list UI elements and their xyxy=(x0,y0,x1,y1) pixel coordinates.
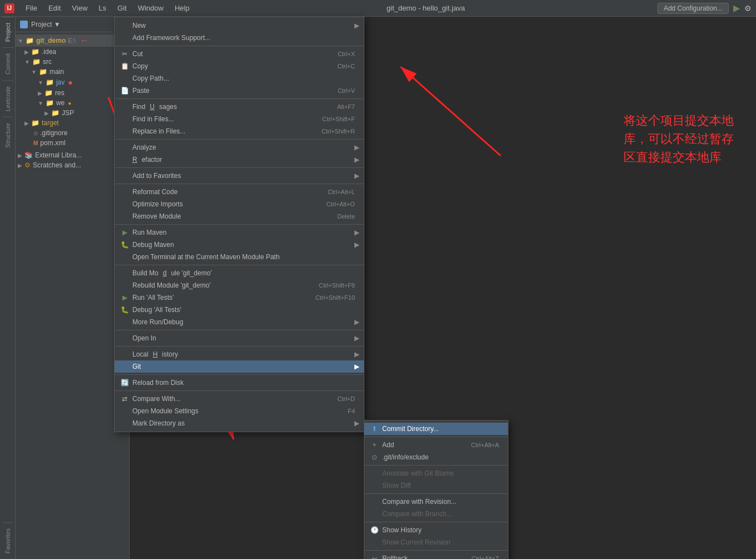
ctx-run-maven[interactable]: ▶ Run Maven▶ xyxy=(115,226,364,239)
add-config-button[interactable]: Add Configuration... xyxy=(658,3,729,14)
expand-arrow: ▼ xyxy=(38,80,43,86)
commit-icon: ⬆ xyxy=(370,425,379,433)
add-icon: + xyxy=(370,441,379,449)
window-title: git_demo - hello_git.java xyxy=(201,4,651,12)
sidebar-item-structure[interactable]: Structure xyxy=(2,117,13,154)
ctx-mark-directory[interactable]: Mark Directory as▶ xyxy=(115,417,364,429)
ctx-add-framework[interactable]: Add Framework Support... xyxy=(115,32,364,44)
tree-item-jsp[interactable]: ▶ 📁 JSP xyxy=(16,108,129,118)
separator xyxy=(364,465,508,466)
menu-ls[interactable]: Ls xyxy=(94,3,111,13)
ctx-debug-maven[interactable]: 🐛 Debug Maven▶ xyxy=(115,239,364,251)
git-commit-directory[interactable]: ⬆ Commit Directory... xyxy=(364,423,508,435)
libs-icon: 📚 xyxy=(24,151,33,159)
git-rollback[interactable]: ↩ Rollback...Ctrl+Alt+Z xyxy=(364,552,508,559)
sidebar-item-leetcode[interactable]: Leetcode xyxy=(2,80,13,117)
ctx-run-tests[interactable]: ▶ Run 'All Tests'Ctrl+Shift+F10 xyxy=(115,291,364,304)
folder-icon-blue: 📁 xyxy=(46,78,54,86)
menu-edit[interactable]: Edit xyxy=(44,3,65,13)
red-dot: ● xyxy=(68,78,72,87)
menu-view[interactable]: View xyxy=(67,3,92,13)
ctx-module-settings[interactable]: Open Module SettingsF4 xyxy=(115,405,364,417)
tree-item-scratches[interactable]: ▶ ⚙ Scratches and... xyxy=(16,160,129,170)
tree-item-pom[interactable]: M pom.xml xyxy=(16,138,129,148)
ctx-reload-disk[interactable]: 🔄 Reload from Disk xyxy=(115,377,364,389)
annotation-text: 将这个项目提交本地库，可以不经过暂存区直接提交本地库 xyxy=(624,111,734,166)
menu-bar: File Edit View Ls Git Window Help xyxy=(21,3,194,13)
sidebar-item-commit[interactable]: Commit xyxy=(2,47,13,80)
tree-label: .gitignore xyxy=(40,129,67,137)
tree-label: target xyxy=(42,119,59,127)
tree-label: git_demo xyxy=(36,37,66,44)
tree-item-idea[interactable]: ▶ 📁 .idea xyxy=(16,47,129,57)
ctx-optimize-imports[interactable]: Optimize ImportsCtrl+Alt+O xyxy=(115,198,364,210)
git-add[interactable]: + AddCtrl+Alt+A xyxy=(364,439,508,451)
ctx-rebuild-module[interactable]: Rebuild Module 'git_demo'Ctrl+Shift+F9 xyxy=(115,279,364,291)
tree-item-external-libs[interactable]: ▶ 📚 External Libra... xyxy=(16,150,129,160)
ctx-find-files[interactable]: Find in Files...Ctrl+Shift+F xyxy=(115,113,364,125)
copy-icon: 📋 xyxy=(120,62,129,70)
expand-arrow: ▼ xyxy=(24,59,30,65)
ctx-compare-with[interactable]: ⇄ Compare With...Ctrl+D xyxy=(115,393,364,405)
ctx-build-module[interactable]: Build Module 'git_demo' xyxy=(115,267,364,279)
ctx-reformat[interactable]: Reformat CodeCtrl+Alt+L xyxy=(115,186,364,198)
ctx-analyze[interactable]: Analyze▶ xyxy=(115,141,364,154)
ctx-find-usages[interactable]: Find UsagesAlt+F7 xyxy=(115,101,364,113)
separator xyxy=(364,493,508,494)
tree-item-webapp[interactable]: ▼ 📁 we ● xyxy=(16,98,129,108)
git-show-history[interactable]: 🕐 Show History xyxy=(364,524,508,536)
folder-icon: 📁 xyxy=(26,37,34,44)
sidebar-item-project[interactable]: Project xyxy=(2,17,13,47)
ctx-remove-module[interactable]: Remove ModuleDelete xyxy=(115,210,364,222)
ctx-new[interactable]: ▶ New xyxy=(115,19,364,32)
tree-label: pom.xml xyxy=(40,139,65,147)
tree-item-src[interactable]: ▼ 📁 src xyxy=(16,57,129,67)
tree-item-res[interactable]: ▶ 📁 res xyxy=(16,88,129,98)
menu-git[interactable]: Git xyxy=(113,3,131,13)
ctx-paste[interactable]: 📄 PasteCtrl+V xyxy=(115,85,364,97)
menu-file[interactable]: File xyxy=(21,3,42,13)
ctx-debug-tests[interactable]: 🐛 Debug 'All Tests' xyxy=(115,304,364,316)
rollback-icon: ↩ xyxy=(370,555,379,559)
ctx-open-in[interactable]: Open In▶ xyxy=(115,332,364,344)
ctx-more-run[interactable]: More Run/Debug▶ xyxy=(115,316,364,328)
menu-help[interactable]: Help xyxy=(170,3,194,13)
debug-test-icon: 🐛 xyxy=(120,306,129,314)
git-submenu: ⬆ Commit Directory... + AddCtrl+Alt+A ⊙ … xyxy=(364,420,508,559)
ctx-cut[interactable]: ✂ CutCtrl+X xyxy=(115,48,364,60)
ctx-local-history[interactable]: Local History▶ xyxy=(115,348,364,360)
separator xyxy=(115,374,364,375)
ctx-copy-path[interactable]: Copy Path... xyxy=(115,72,364,85)
sidebar-item-favorites[interactable]: Favorites xyxy=(2,522,13,559)
tree-item-target[interactable]: ▶ 📁 target xyxy=(16,118,129,128)
title-bar: IJ File Edit View Ls Git Window Help git… xyxy=(0,0,756,17)
tree-item-main[interactable]: ▼ 📁 main xyxy=(16,67,129,77)
git-exclude[interactable]: ⊙ .git/info/exclude xyxy=(364,451,508,463)
paste-icon: 📄 xyxy=(120,87,129,95)
run-test-icon: ▶ xyxy=(120,294,129,301)
scratches-icon: ⚙ xyxy=(24,161,31,169)
ctx-git[interactable]: Git▶ xyxy=(115,360,364,373)
history-icon: 🕐 xyxy=(370,526,379,534)
ctx-copy[interactable]: 📋 CopyCtrl+C xyxy=(115,60,364,72)
git-compare-revision[interactable]: Compare with Revision... xyxy=(364,496,508,508)
run-button[interactable]: ▶ xyxy=(733,3,740,13)
ctx-refactor[interactable]: Refactor▶ xyxy=(115,154,364,166)
ctx-replace-files[interactable]: Replace in Files...Ctrl+Shift+R xyxy=(115,125,364,137)
separator xyxy=(115,139,364,140)
folder-icon-blue: 📁 xyxy=(39,68,47,76)
tree-label: External Libra... xyxy=(35,151,82,159)
tree-item-gitignore[interactable]: ⊙ .gitignore xyxy=(16,128,129,138)
red-indicator: ← xyxy=(80,36,89,46)
ctx-add-favorites[interactable]: Add to Favorites▶ xyxy=(115,170,364,182)
tree-item-git-demo[interactable]: ▼ 📁 git_demo E:\ ← xyxy=(16,34,129,47)
expand-arrow: ▼ xyxy=(31,69,37,75)
tree-label: main xyxy=(50,68,64,76)
git-compare-branch: Compare with Branch... xyxy=(364,508,508,520)
tree-item-java[interactable]: ▼ 📁 jav ● xyxy=(16,77,129,88)
settings-button[interactable]: ⚙ xyxy=(744,4,752,13)
git-file-icon: ⊙ xyxy=(370,453,379,461)
ctx-open-terminal[interactable]: Open Terminal at the Current Maven Modul… xyxy=(115,251,364,263)
menu-window[interactable]: Window xyxy=(134,3,168,13)
left-sidebar-tabs: Project Commit Leetcode Structure Favori… xyxy=(0,17,16,559)
